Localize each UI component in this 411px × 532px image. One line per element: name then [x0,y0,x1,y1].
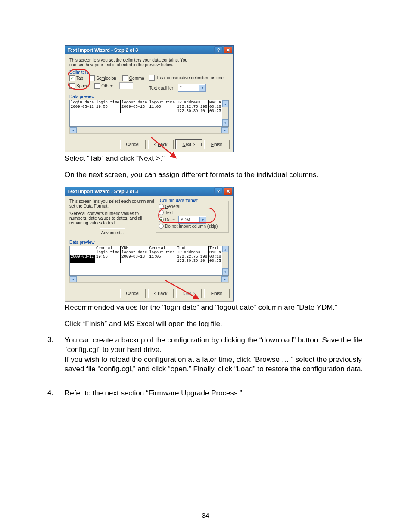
help-icon[interactable]: ? [214,46,223,54]
checkbox-comma[interactable]: Comma [122,75,144,81]
next-button[interactable]: Next > [176,140,202,149]
dialog-title: Text Import Wizard - Step 2 of 3 [66,47,213,53]
back-button[interactable]: < Back [148,289,174,298]
arrow-down-icon: ▾ [222,119,228,126]
vscrollbar[interactable]: ▴ ▾ [222,100,228,126]
annotation-oval-delimiters [68,69,90,90]
caption-3: Recommended values for the “login date” … [65,303,364,312]
dialog-intro: This screen lets you set the delimiters … [69,58,190,67]
dialog-intro-1: This screen lets you select each column … [69,199,156,208]
finish-button[interactable]: Finish [204,289,230,298]
arrow-right-icon: ▸ [221,276,228,282]
chevron-down-icon: ▾ [199,85,206,91]
checkbox-treat[interactable]: Treat consecutive delimiters as one [149,75,224,81]
dialog-step-3: Text Import Wizard - Step 3 of 3 ? ✕ Thi… [65,187,234,301]
list-item-3: 3. You can create a backup of the config… [47,336,364,373]
back-button[interactable]: < Back [148,140,174,149]
data-preview: login datelogin timelogout datelogout ti… [69,100,229,127]
dialog-title: Text Import Wizard - Step 3 of 3 [66,189,213,194]
caption-1: Select “Tab” and click “Next >.” [65,154,364,163]
vscrollbar[interactable]: ▴ ▾ [222,246,228,275]
page-number: - 34 - [0,512,411,519]
titlebar: Text Import Wizard - Step 3 of 3 ? ✕ [65,187,233,196]
arrow-left-icon: ◂ [70,276,77,282]
arrow-right-icon: ▸ [221,127,228,133]
arrow-up-icon: ▴ [222,100,228,107]
close-icon[interactable]: ✕ [224,187,232,195]
radio-skip[interactable]: Do not import column (skip) [159,224,218,229]
checkbox-semicolon[interactable]: Semicolon [89,75,116,81]
caption-2: On the next screen, you can assign diffe… [65,170,364,180]
list-item-4: 4. Refer to the next section “Firmware U… [47,389,364,398]
dialog-step-2: Text Import Wizard - Step 2 of 3 ? ✕ Thi… [65,45,234,152]
arrow-left-icon: ◂ [70,127,77,133]
text-qualifier-label: Text qualifier: [149,86,174,90]
next-button: Next > [176,289,202,298]
data-preview-label: Data preview [69,94,229,99]
advanced-button[interactable]: Advanced... [100,228,125,237]
close-icon[interactable]: ✕ [224,46,232,54]
cancel-button[interactable]: Cancel [120,140,146,149]
arrow-down-icon: ▾ [222,268,228,275]
text-qualifier-select[interactable]: "▾ [178,84,206,92]
dialog-intro-2: 'General' converts numeric values to num… [69,211,156,225]
arrow-up-icon: ▴ [222,246,228,253]
finish-button[interactable]: Finish [204,140,230,149]
hscrollbar[interactable]: ◂ ▸ [69,127,229,134]
annotation-oval-date [158,208,216,223]
data-preview: YDMGeneralYDMGeneralTextText login datel… [69,246,229,276]
titlebar: Text Import Wizard - Step 2 of 3 ? ✕ [65,46,233,54]
data-preview-label: Data preview [69,240,229,245]
cancel-button[interactable]: Cancel [120,289,146,298]
hscrollbar[interactable]: ◂ ▸ [69,276,229,283]
help-icon[interactable]: ? [214,187,223,195]
checkbox-other[interactable]: Other: [94,82,113,89]
caption-4: Click “Finish” and MS Excel will open th… [65,319,364,329]
